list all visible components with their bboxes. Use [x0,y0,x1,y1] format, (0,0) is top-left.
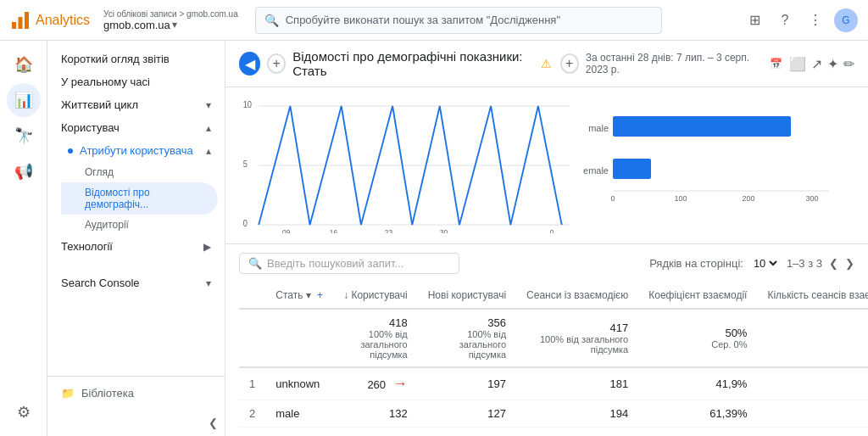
sidebar-overview[interactable]: Огляд [61,162,218,182]
domain-info[interactable]: Усі облікові записи > gmob.com.ua gmob.c… [103,9,238,31]
warning-icon: ⚠ [541,57,552,70]
title-add-button[interactable]: + [560,53,579,74]
sidebar-collapse-button[interactable]: ❮ [47,410,225,436]
help-button[interactable]: ? [773,8,797,32]
svg-text:30: 30 [440,228,448,233]
svg-rect-17 [613,116,791,137]
row-engagement-rate: 61,39% [638,400,757,428]
svg-text:0: 0 [610,194,615,203]
col-dimension[interactable]: Стать ▾ + [265,282,333,309]
insights-icon[interactable]: ✦ [827,56,838,72]
add-comparison-button[interactable]: + [267,53,286,74]
breadcrumb-text: Усі облікові записи > gmob.com.ua [103,9,238,19]
chevron-down-icon2: ▾ [206,277,211,289]
total-engagement-rate: 50% [648,327,747,339]
sidebar-nav: Короткий огляд звітів У реальному часі Ж… [47,41,225,436]
row-dimension: female [265,428,333,437]
sidebar-user-label: Користувач [61,121,120,134]
search-bar[interactable]: 🔍 Спробуйте виконати пошук за запитом "Д… [255,7,662,34]
row-index: 3 [239,428,265,437]
col-sessions-per-user[interactable]: Кількість сеансів взаємодії на користува… [757,282,868,309]
total-sessions-per-user-sub: Сер. 0% [767,339,868,349]
calendar-icon: 📅 [770,58,782,70]
sidebar-audiences[interactable]: Аудиторії [61,215,218,235]
sidebar-item-realtime[interactable]: У реальному часі [47,70,218,93]
share-report-icon[interactable]: ⬜ [789,56,806,72]
col-users[interactable]: ↓ Користувачі [333,282,418,309]
sidebar-icon-settings[interactable]: ⚙ [7,395,41,429]
sidebar-item-overview[interactable]: Короткий огляд звітів [47,48,218,70]
sidebar-icon-home[interactable]: 🏠 [7,48,41,81]
sidebar-library[interactable]: 📁 Бібліотека [47,376,225,410]
sidebar-lifecycle-expand[interactable]: Життєвий цикл ▾ [47,93,225,116]
sidebar-tech-expand[interactable]: Технології ▶ [47,235,225,258]
chevron-down-icon: ▾ [206,99,211,111]
row-users: 132 [333,400,418,428]
svg-text:male: male [588,123,609,133]
more-options-button[interactable]: ⋮ [804,8,827,32]
library-icon: 📁 [61,387,75,400]
col-sessions[interactable]: Сеанси із взаємодією [516,282,638,309]
svg-rect-2 [25,12,29,29]
sidebar-demographic-details[interactable]: Відомості про демографіч... [61,182,218,215]
chevron-up-icon2: ▴ [206,145,211,157]
search-icon2: 🔍 [248,257,262,270]
title-action-icons: ⬜ ↗ ✦ ✏ [789,56,854,72]
row-users: 34 [333,428,418,437]
chevron-right-icon: ▶ [203,241,211,253]
chevron-up-icon: ▴ [206,122,211,134]
table-search[interactable]: 🔍 Введіть пошуковий запит... [239,253,459,274]
svg-text:10: 10 [243,100,252,109]
sidebar-user-submenu: Атрибути користувача ▴ Огляд Відомості п… [47,139,225,235]
dot-active [68,148,73,154]
row-sessions-per-user: 1,47 [757,400,868,428]
user-avatar[interactable]: G [834,8,858,32]
sidebar-icon-advertising[interactable]: 📢 [7,154,41,188]
row-sessions-per-user: 1,21 [757,428,868,437]
bar-chart: male female 0 100 200 300 [583,98,854,233]
svg-text:female: female [583,165,609,176]
sort-icon: ▾ [306,289,311,301]
line-chart: 10 5 0 09 лип. 16 23 30 0 [239,98,570,233]
row-new-users: 127 [418,400,516,428]
app-logo: Analytics [10,10,90,31]
svg-text:0: 0 [243,219,248,228]
back-button[interactable]: ◀ [239,52,260,75]
row-new-users: 32 [418,428,516,437]
col-engagement-rate[interactable]: Коефіцієнт взаємодії [638,282,757,309]
app-title: Analytics [36,13,90,28]
row-sessions-per-user: 0,70 [757,367,868,400]
add-dimension-icon[interactable]: + [317,289,323,301]
sidebar-search-console-label: Search Console [61,277,140,289]
row-sessions: 194 [516,400,638,428]
table-search-placeholder: Введіть пошуковий запит... [267,257,403,270]
pagination-info: Рядків на сторінці: 10 25 50 1–3 з 3 ❮ ❯ [649,256,854,271]
sidebar-icon-reports[interactable]: 📊 [7,83,41,117]
sidebar-tech-label: Технології [61,240,113,253]
row-engagement-rate: 41,9% [638,367,757,400]
sidebar-demographic-label: Відомості про демографіч... [85,187,150,210]
domain-text: gmob.com.ua [103,19,170,31]
apps-grid-button[interactable]: ⊞ [743,8,766,32]
row-dimension: unknown [265,367,333,400]
total-sessions: 417 [526,321,628,334]
bar-chart-svg: male female 0 100 200 300 [583,98,837,233]
total-users-sub: 100% від загального підсумка [343,329,408,360]
edit-icon[interactable]: ✏ [843,56,854,72]
next-page-icon[interactable]: ❯ [845,257,854,270]
date-range[interactable]: За останні 28 днів: 7 лип. – 3 серп. 202… [586,52,782,75]
table-header: Стать ▾ + ↓ Користувачі Нові користувачі… [239,282,868,309]
sidebar-library-label: Бібліотека [81,387,134,400]
sidebar-icon-explore[interactable]: 🔭 [7,119,41,153]
share-icon[interactable]: ↗ [811,56,822,72]
sidebar-user-expand[interactable]: Користувач ▴ [47,116,225,139]
prev-page-icon[interactable]: ❮ [829,257,838,270]
search-placeholder: Спробуйте виконати пошук за запитом "Дос… [286,14,560,26]
rows-per-page-select[interactable]: 10 25 50 [750,256,780,271]
chart-area: 10 5 0 09 лип. 16 23 30 0 [225,87,868,244]
col-new-users[interactable]: Нові користувачі [418,282,516,309]
totals-row: 418 100% від загального підсумка 356 100… [239,309,868,367]
sidebar-search-console-expand[interactable]: Search Console ▾ [47,271,225,294]
row-dimension: male [265,400,333,428]
sidebar-user-attributes-expand[interactable]: Атрибути користувача ▴ [61,139,225,162]
